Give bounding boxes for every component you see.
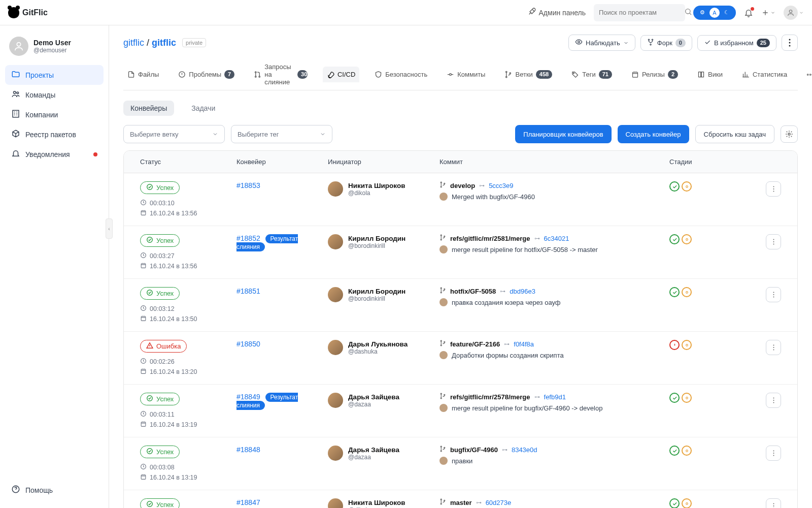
settings-button[interactable] (781, 125, 798, 143)
tab-merge-requests[interactable]: Запросы на слияние 30 (250, 59, 312, 90)
tab-security[interactable]: Безопасность (370, 67, 431, 82)
reset-cache-button[interactable]: Сбросить кэш задач (695, 125, 774, 143)
stage-pending[interactable] (682, 181, 692, 192)
search-input[interactable] (599, 9, 684, 16)
branch-name[interactable]: hotfix/GF-5058 (450, 288, 496, 295)
tab-issues[interactable]: Проблемы 7 (174, 66, 239, 83)
user-menu[interactable] (784, 6, 804, 20)
stage-ok[interactable] (669, 181, 680, 192)
initiator-name[interactable]: Дарья Зайцева (348, 393, 399, 401)
tabs-more-button[interactable]: ••• (802, 69, 812, 81)
stage-ok[interactable] (669, 234, 680, 244)
pipeline-link[interactable]: #18847 (236, 498, 260, 506)
status-pill[interactable]: Успех (140, 446, 180, 458)
branch-name[interactable]: develop (450, 182, 475, 189)
project-menu-button[interactable] (782, 35, 798, 51)
initiator-name[interactable]: Дарья Лукьянова (348, 340, 408, 348)
initiator-name[interactable]: Никита Широков (348, 182, 405, 189)
notifications-button[interactable] (744, 8, 753, 17)
status-pill[interactable]: Ошибка (140, 340, 187, 353)
row-menu-button[interactable] (766, 446, 781, 461)
sidebar-item-companies[interactable]: Компании (5, 105, 104, 124)
admin-panel-link[interactable]: Админ панель (528, 8, 586, 17)
sidebar-item-help[interactable]: Помощь (5, 480, 104, 500)
row-menu-button[interactable] (766, 234, 781, 249)
pipeline-link[interactable]: #18851 (236, 287, 260, 295)
tab-tags[interactable]: Теги 71 (567, 66, 616, 83)
row-menu-button[interactable] (766, 498, 781, 508)
stage-ok[interactable] (669, 393, 680, 403)
stage-ok[interactable] (669, 498, 680, 508)
pipeline-link[interactable]: #18849 (236, 393, 260, 401)
commit-hash[interactable]: 8343e0d (512, 446, 537, 454)
stage-err[interactable] (669, 340, 680, 350)
pipeline-link[interactable]: #18848 (236, 446, 260, 454)
commit-hash[interactable]: f0f4f8a (514, 340, 534, 348)
tab-branches[interactable]: Ветки 458 (500, 66, 556, 83)
row-menu-button[interactable] (766, 340, 781, 355)
sidebar-item-teams[interactable]: Команды (5, 85, 104, 105)
stage-pending[interactable] (682, 393, 692, 403)
commit-hash[interactable]: 60d273e (486, 499, 512, 506)
status-pill[interactable]: Успех (140, 234, 180, 247)
status-pill[interactable]: Успех (140, 181, 180, 194)
logo[interactable]: GitFlic (8, 7, 48, 18)
pipeline-link[interactable]: #18852 (236, 234, 260, 242)
favorite-button[interactable]: В избранном 25 (697, 35, 776, 51)
create-pipeline-button[interactable]: Создать конвейер (618, 125, 689, 143)
row-menu-button[interactable] (766, 181, 781, 197)
svg-point-0 (686, 9, 690, 14)
search-box[interactable] (594, 4, 685, 21)
subtab-jobs[interactable]: Задачи (184, 101, 222, 116)
commit-author-avatar (439, 193, 448, 201)
add-button[interactable] (761, 9, 775, 17)
tag-select[interactable]: Выберите тег (231, 125, 332, 143)
tab-releases[interactable]: Релизы 2 (627, 66, 682, 83)
branch-name[interactable]: bugfix/GF-4960 (450, 446, 498, 454)
fork-button[interactable]: Форк 0 (640, 35, 692, 51)
branch-name[interactable]: master (450, 499, 472, 506)
theme-switcher[interactable]: ⚙ A ☾ (693, 6, 736, 20)
tab-wiki[interactable]: Вики (693, 67, 727, 82)
branch-select[interactable]: Выберите ветку (123, 125, 225, 143)
stage-pending[interactable] (682, 287, 692, 297)
pipeline-link[interactable]: #18853 (236, 181, 260, 189)
status-pill[interactable]: Успех (140, 498, 180, 508)
row-menu-button[interactable] (766, 287, 781, 302)
breadcrumb-repo[interactable]: gitflic (152, 38, 176, 48)
stage-ok[interactable] (669, 287, 680, 297)
stage-ok[interactable] (669, 446, 680, 456)
sidebar-item-notifications[interactable]: Уведомления (5, 144, 104, 164)
row-menu-button[interactable] (766, 393, 781, 408)
branch-name[interactable]: refs/gitflic/mr/2578/merge (450, 393, 530, 401)
commit-hash[interactable]: fefb9d1 (544, 393, 566, 401)
commit-hash[interactable]: dbd96e3 (510, 288, 535, 295)
tab-files[interactable]: Файлы (123, 67, 163, 82)
status-pill[interactable]: Успех (140, 287, 180, 300)
initiator-name[interactable]: Никита Широков (348, 499, 405, 506)
sidebar-item-projects[interactable]: Проекты (5, 65, 104, 85)
subtab-pipelines[interactable]: Конвейеры (123, 101, 174, 116)
sidebar-item-registry[interactable]: Реестр пакетов (5, 124, 104, 144)
sidebar-collapse-handle[interactable]: ‹ (106, 218, 113, 239)
tab-commits[interactable]: Коммиты (443, 67, 489, 82)
pipeline-link[interactable]: #18850 (236, 340, 260, 348)
commit-hash[interactable]: 5ccc3e9 (489, 182, 513, 189)
initiator-name[interactable]: Кирилл Бородин (348, 288, 405, 295)
initiator-name[interactable]: Кирилл Бородин (348, 235, 405, 242)
stage-pending[interactable] (682, 446, 692, 456)
scheduler-button[interactable]: Планировщик конвейеров (515, 125, 611, 143)
stage-pending[interactable] (682, 340, 692, 350)
tab-stats[interactable]: Статистика (738, 67, 791, 82)
breadcrumb-owner[interactable]: gitflic (123, 38, 144, 48)
user-card[interactable]: Demo User @demouser (5, 34, 104, 65)
stage-pending[interactable] (682, 498, 692, 508)
status-pill[interactable]: Успех (140, 393, 180, 405)
branch-name[interactable]: refs/gitflic/mr/2581/merge (450, 235, 530, 242)
branch-name[interactable]: feature/GF-2166 (450, 340, 500, 348)
watch-button[interactable]: Наблюдать (568, 35, 635, 51)
tab-cicd[interactable]: CI/CD (323, 67, 359, 82)
stage-pending[interactable] (682, 234, 692, 244)
commit-hash[interactable]: 6c34021 (544, 235, 569, 242)
initiator-name[interactable]: Дарья Зайцева (348, 446, 399, 454)
